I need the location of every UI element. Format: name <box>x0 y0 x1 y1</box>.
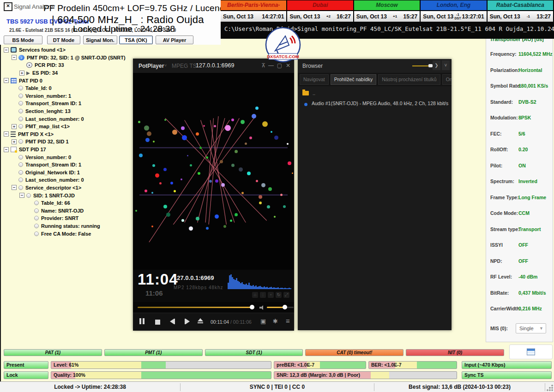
clock-date: Sun, Oct 13 <box>490 13 520 20</box>
tree-item[interactable]: Transport_Stream ID: 1 <box>1 161 132 169</box>
transponder-panel: Transponder (AO) [us] Frequency:11604,52… <box>486 30 553 342</box>
collapse-icon[interactable]: − <box>12 55 17 60</box>
tree-item[interactable]: Version_number: 0 <box>1 153 132 161</box>
dot-icon <box>18 124 23 129</box>
browser-titlebar[interactable]: Browser ⚑ ✕ <box>298 59 452 73</box>
tree-item[interactable]: Original_Network ID: 1 <box>1 169 132 177</box>
tree-item[interactable]: Free CA Mode: False <box>1 230 132 238</box>
collapse-icon[interactable]: − <box>4 147 9 152</box>
present-indicator: Present <box>4 361 48 369</box>
tree-item[interactable]: +PMT_map_list <1> <box>1 123 132 131</box>
loop-icon[interactable]: ↻ <box>276 292 282 298</box>
viz-dot <box>135 210 137 212</box>
box-icon[interactable]: ▫ <box>268 292 274 298</box>
maximize-icon[interactable]: ▢ <box>277 62 282 69</box>
tree-item[interactable]: Last_section_number: 0 <box>1 115 132 123</box>
tree-item[interactable]: −SID: 1 SNRT-OJD <box>1 191 132 199</box>
service-list-button[interactable] <box>509 344 553 359</box>
previous-button[interactable] <box>170 318 175 326</box>
collapse-icon[interactable]: − <box>12 185 17 190</box>
expand-icon[interactable]: + <box>12 124 17 129</box>
close-icon[interactable]: ✕ <box>286 62 290 69</box>
resize-grip[interactable] <box>547 385 553 391</box>
tree-item[interactable]: −SDT PID 17 <box>1 146 132 154</box>
collapse-icon[interactable]: − <box>4 48 9 53</box>
browser-tab-online-[interactable]: Online ! <box>442 74 452 85</box>
tree-item[interactable]: −PMT PID X <1> <box>1 131 132 138</box>
next-button[interactable] <box>185 318 190 326</box>
player-controls: 00:11:04 / 00:11:06 ▣ ✱ ≡ <box>133 313 294 331</box>
more-icon[interactable]: : <box>260 292 266 298</box>
home-icon[interactable]: ⌂ <box>252 292 258 298</box>
tree-item-label: Services found <1> <box>19 47 66 53</box>
viz-dot <box>261 183 265 187</box>
expand-icon[interactable]: + <box>12 139 17 144</box>
pause-button[interactable] <box>139 318 146 326</box>
mis-dropdown[interactable]: Single ▼ <box>516 323 546 333</box>
collapse-icon[interactable]: − <box>19 193 24 198</box>
chevron-down-icon[interactable]: ˅ <box>164 63 167 68</box>
mode-tab-bs-mode[interactable]: BS Mode <box>4 36 42 44</box>
fullscreen-icon[interactable]: ⤢ <box>283 292 289 298</box>
mode-tab-tsa-ok-[interactable]: TSA (OK) <box>119 36 153 44</box>
menu-icon[interactable]: ≡ <box>286 317 290 325</box>
tree-item[interactable]: Table_Id: 0 <box>1 84 132 92</box>
clock-date: Sun, Oct 13 <box>356 13 387 20</box>
potplayer-title[interactable]: PotPlayer <box>138 63 164 69</box>
mode-tab-dt-mode[interactable]: DT Mode <box>47 36 80 44</box>
browser-volume-knob[interactable] <box>428 64 433 67</box>
tree-item[interactable]: Provider: SNRT <box>1 214 132 222</box>
tree-item[interactable]: +ES PID: 34 <box>1 69 132 77</box>
expand-icon[interactable]: + <box>19 71 24 76</box>
collapse-icon[interactable]: − <box>4 131 9 137</box>
browser-tab-prohlížeč-nabídky[interactable]: Prohlížeč nabídky <box>331 74 376 85</box>
screen-mode-icon[interactable]: ▣ <box>260 318 266 325</box>
tree-item[interactable]: Last_section_number: 0 <box>1 176 132 184</box>
pin-icon[interactable]: ⊼ <box>261 62 265 69</box>
collapse-icon[interactable]: − <box>4 78 9 83</box>
table-bar-sdt: SDT (1) <box>205 349 303 356</box>
browser-tab-nástroj-procházení-titulků[interactable]: Nástroj procházení titulků <box>378 74 440 85</box>
tree-item[interactable]: −PMT PID: 32, SID: 1 @ SNRT-OJD (SNRT) <box>1 54 132 62</box>
tree-item-label: SDT PID 17 <box>19 147 46 152</box>
dot-icon <box>18 94 23 98</box>
browser-tab-navigovat[interactable]: Navigovat <box>300 74 329 85</box>
browser-volume-slider[interactable] <box>412 65 430 66</box>
tabs-scroll-right-icon[interactable]: ❯ <box>433 60 440 70</box>
viz-dot <box>259 202 262 204</box>
transponder-row-value: -40 dBm <box>518 274 537 279</box>
minimize-icon[interactable]: — <box>268 62 274 69</box>
eject-button[interactable] <box>198 318 203 323</box>
tree-item[interactable]: Running status: running <box>1 222 132 230</box>
tree-item[interactable]: Name: SNRT-OJD <box>1 207 132 214</box>
tree-item[interactable]: Table_Id: 66 <box>1 199 132 207</box>
tree-item-label: PMT PID: 32, SID: 1 @ SNRT-OJD (SNRT) <box>27 55 126 60</box>
volume-knob[interactable] <box>283 305 287 309</box>
tree-item[interactable]: −Service_descriptor <1> <box>1 184 132 192</box>
logo-text: DXSATCS.COM <box>267 54 299 59</box>
viz-dot <box>259 195 262 199</box>
mode-tab-av-player[interactable]: AV Player <box>156 36 193 44</box>
settings-gear-icon[interactable]: ✱ <box>273 318 278 325</box>
dot-icon <box>18 178 23 182</box>
tree-item[interactable]: Version_number: 1 <box>1 92 132 100</box>
transponder-row: RF Level:-40 dBm <box>486 274 554 281</box>
tree-item[interactable]: +PMT PID 32, SID 1 <box>1 138 132 146</box>
clock-time: 13:27 <box>536 13 551 20</box>
volume-fill <box>267 307 284 308</box>
tree-item[interactable]: Section_lenght: 13 <box>1 107 132 115</box>
up-directory-item[interactable]: .. <box>313 90 315 96</box>
tree-item[interactable]: −PAT PID 0 <box>1 77 132 84</box>
seek-bar[interactable] <box>138 307 252 308</box>
mode-tab-signal-mon-[interactable]: Signal Mon. <box>83 36 117 44</box>
seek-knob[interactable] <box>250 305 254 309</box>
dot-icon <box>18 170 23 175</box>
folder-icon[interactable] <box>302 91 309 95</box>
tree-item-label: Original_Network ID: 1 <box>25 170 80 175</box>
audio-track-item[interactable]: Audio #1(SNRT-OJD) - MPEG Audio, 48.0 kH… <box>312 101 449 106</box>
stop-button[interactable] <box>155 318 160 327</box>
tabs-dropdown-icon[interactable]: ˅ <box>442 60 450 70</box>
tree-item[interactable]: PCR PID: 33 <box>1 61 132 69</box>
tree-item[interactable]: −Services found <1> <box>1 46 132 54</box>
tree-item[interactable]: Transport_Stream ID: 1 <box>1 100 132 107</box>
